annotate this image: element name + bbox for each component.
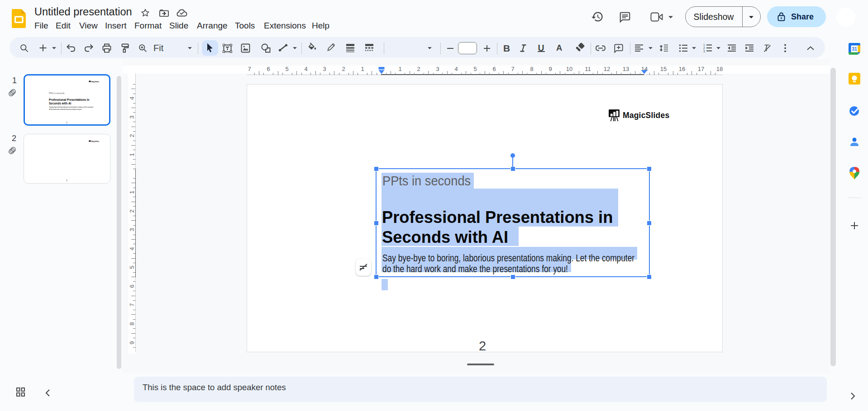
svg-text:MagicSlides: MagicSlides xyxy=(91,141,100,142)
svg-text:2: 2 xyxy=(66,179,67,182)
svg-text:2: 2 xyxy=(703,47,705,50)
svg-text:do the hard work and make the: do the hard work and make the presentati… xyxy=(49,108,82,110)
svg-text:Seconds with AI: Seconds with AI xyxy=(49,102,72,105)
svg-text:MagicSlides: MagicSlides xyxy=(91,81,100,83)
svg-text:1: 1 xyxy=(703,43,705,47)
svg-text:3: 3 xyxy=(703,50,705,52)
svg-text:31: 31 xyxy=(852,46,857,52)
svg-text:PPts in seconds: PPts in seconds xyxy=(49,92,65,94)
svg-text:Professional Presentations in: Professional Presentations in xyxy=(49,98,90,101)
svg-text:2: 2 xyxy=(66,121,67,124)
